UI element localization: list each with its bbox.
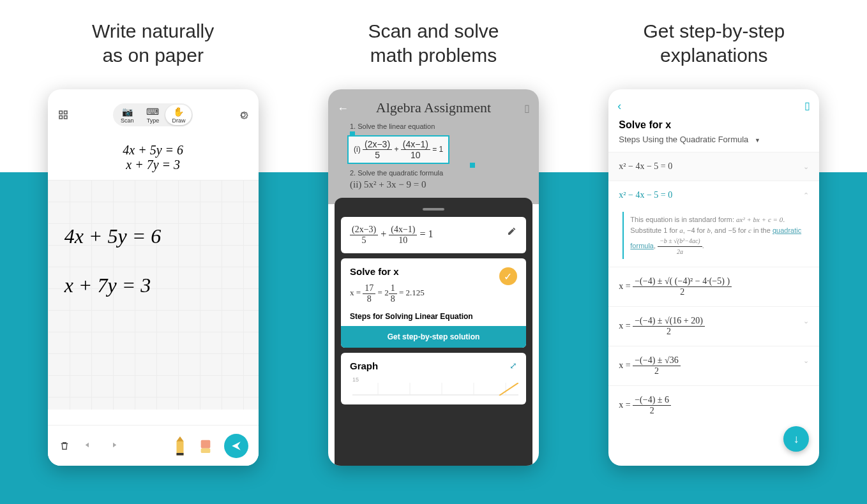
svg-marker-5 xyxy=(176,436,183,441)
solution-bottom-sheet[interactable]: (2x−3)5 + (4x−1)10 = 1 Solve for x x = 1… xyxy=(335,198,532,466)
phone-scan: ← ▯ Algebra Assignment 1. Solve the line… xyxy=(328,89,539,466)
exp-a: This equation is in standard form: xyxy=(630,216,736,223)
svg-rect-8 xyxy=(200,448,210,452)
scan-crop-selection[interactable]: (i) (2x−3)5 + (4x−1)10 = 1 xyxy=(347,135,449,164)
edit-icon[interactable] xyxy=(507,226,517,239)
headline-write: Write naturally as on paper xyxy=(92,19,214,70)
column-write: Write naturally as on paper 📷 Scan ⌨ Typ… xyxy=(32,19,274,504)
drawing-canvas[interactable]: 4x + 5y = 6 x + 7y = 3 xyxy=(48,180,259,410)
svg-rect-1 xyxy=(64,111,67,114)
hand-draw-icon: ✋ xyxy=(173,107,184,117)
hand-line-1: 4x + 5y = 6 xyxy=(64,225,162,248)
task2-index: (ii) xyxy=(350,179,361,189)
headline-scan: Scan and solve math problems xyxy=(368,19,499,70)
step-pre: x = xyxy=(619,360,633,370)
method-label: Steps Using the Quadratic Formula xyxy=(619,135,748,144)
solve-result: x = 178 = 218 = 2.125 xyxy=(350,283,517,304)
step-pre: x = xyxy=(619,400,633,410)
headline-steps-line1: Get step-by-step xyxy=(643,20,785,41)
svg-rect-3 xyxy=(64,116,67,119)
step-row[interactable]: x² − 4x − 5 = 0 ⌄ xyxy=(608,152,819,181)
crop-handle-icon[interactable] xyxy=(470,163,475,168)
exp-e: in the xyxy=(751,226,773,234)
svg-rect-0 xyxy=(59,111,63,114)
back-icon[interactable]: ← xyxy=(337,102,349,115)
pencil-tool-icon[interactable] xyxy=(173,436,187,456)
step-explanation: This equation is in standard form: ax² +… xyxy=(622,212,809,259)
step-den: 2 xyxy=(633,366,680,376)
eq-num2: (4x−1) xyxy=(401,139,430,150)
mode-type[interactable]: ⌨ Type xyxy=(140,105,165,125)
step-row[interactable]: x = −(−4) ± √(16 + 20)2 ⌄ xyxy=(608,306,819,346)
exp-period: . xyxy=(702,242,704,249)
drag-handle-icon[interactable] xyxy=(423,208,444,211)
task-1-prompt: 1. Solve the linear equation xyxy=(350,122,530,130)
step-num: −(−4) ± 6 xyxy=(633,395,671,406)
headline-write-line2: as on paper xyxy=(102,45,203,66)
mode-draw[interactable]: ✋ Draw xyxy=(165,105,192,125)
panels-container: Write naturally as on paper 📷 Scan ⌨ Typ… xyxy=(0,0,867,504)
steps-title: Solve for x xyxy=(608,115,819,133)
caret-down-icon: ▼ xyxy=(755,137,760,144)
headline-write-line1: Write naturally xyxy=(92,20,214,41)
scroll-down-fab[interactable]: ↓ xyxy=(783,426,809,452)
step-row[interactable]: x = −(−4) ± √( (−4)² − 4·(−5) )2 xyxy=(608,267,819,306)
formula-line-1: 4x + 5y = 6 xyxy=(48,143,259,158)
back-chevron-icon[interactable]: ‹ xyxy=(617,100,621,113)
sv-dec: = 2.125 xyxy=(399,288,425,297)
chevron-down-icon: ⌄ xyxy=(803,317,809,325)
eq-num1: (2x−3) xyxy=(363,139,392,150)
eraser-tool-icon[interactable] xyxy=(199,436,213,456)
chevron-down-icon: ⌄ xyxy=(803,357,809,365)
sv-d: 1 xyxy=(389,283,397,294)
steps-heading: Steps for Solving Linear Equation xyxy=(350,312,517,321)
get-solution-button[interactable]: Get step-by-step solution xyxy=(341,326,526,348)
trash-icon[interactable] xyxy=(58,440,71,452)
draw-bottom-toolbar xyxy=(48,425,259,466)
crop-handle-icon[interactable] xyxy=(350,131,355,137)
bookmark-icon[interactable]: ▯ xyxy=(804,100,810,113)
recognized-equation: (2x−3)5 + (4x−1)10 = 1 xyxy=(350,225,517,246)
qf-den: 2a xyxy=(658,247,702,257)
headline-scan-line2: math problems xyxy=(370,45,497,66)
step-pre: x = xyxy=(619,321,633,330)
chevron-up-icon: ⌃ xyxy=(803,191,809,200)
task-2-prompt: 2. Solve the quadratic formula xyxy=(350,169,530,177)
settings-icon[interactable] xyxy=(237,108,250,121)
svg-rect-7 xyxy=(200,440,210,448)
eq-den1: 5 xyxy=(350,235,378,246)
keyboard-icon: ⌨ xyxy=(146,107,159,117)
history-icon[interactable] xyxy=(57,108,70,121)
mode-scan[interactable]: 📷 Scan xyxy=(114,105,140,125)
bookmark-icon[interactable]: ▯ xyxy=(524,102,530,114)
step-eq: x² − 4x − 5 = 0 xyxy=(619,161,672,171)
scanned-document: ← ▯ Algebra Assignment 1. Solve the line… xyxy=(328,89,539,204)
recognized-equation-card: (2x−3)5 + (4x−1)10 = 1 xyxy=(341,217,526,253)
expand-icon[interactable]: ⤢ xyxy=(509,360,517,371)
submit-button[interactable] xyxy=(224,434,248,458)
svg-line-15 xyxy=(499,383,518,396)
step-row-active[interactable]: x² − 4x − 5 = 0 ⌃ xyxy=(608,181,819,209)
step-num: −(−4) ± √( (−4)² − 4·(−5) ) xyxy=(633,276,732,287)
method-dropdown[interactable]: Steps Using the Quadratic Formula ▼ xyxy=(608,133,819,152)
chevron-down-icon: ⌄ xyxy=(803,163,809,171)
mode-draw-label: Draw xyxy=(172,117,185,124)
solve-card: Solve for x x = 178 = 218 = 2.125 ✓ Step… xyxy=(341,258,526,348)
hand-line-2: x + 7y = 3 xyxy=(64,274,151,297)
step-den: 2 xyxy=(633,287,732,297)
eq-plus: + xyxy=(381,228,386,239)
undo-icon[interactable] xyxy=(82,440,95,452)
step-row[interactable]: x = −(−4) ± 62 xyxy=(608,385,819,425)
step-row[interactable]: x = −(−4) ± √362 ⌄ xyxy=(608,346,819,385)
solve-heading: Solve for x xyxy=(350,266,517,277)
svg-rect-6 xyxy=(176,453,183,456)
eq-den2: 10 xyxy=(401,150,430,160)
eq-den1: 5 xyxy=(363,150,392,160)
graph-card[interactable]: Graph ⤢ 15 xyxy=(341,353,526,404)
phone-draw: 📷 Scan ⌨ Type ✋ Draw 4x xyxy=(48,89,259,466)
draw-toolbar: 📷 Scan ⌨ Type ✋ Draw xyxy=(48,89,259,131)
task-2-equation: (ii) 5x² + 3x − 9 = 0 xyxy=(350,179,530,190)
redo-icon[interactable] xyxy=(107,440,119,452)
document-title: Algebra Assignment xyxy=(337,100,530,116)
graph-preview: 15 xyxy=(350,376,517,397)
